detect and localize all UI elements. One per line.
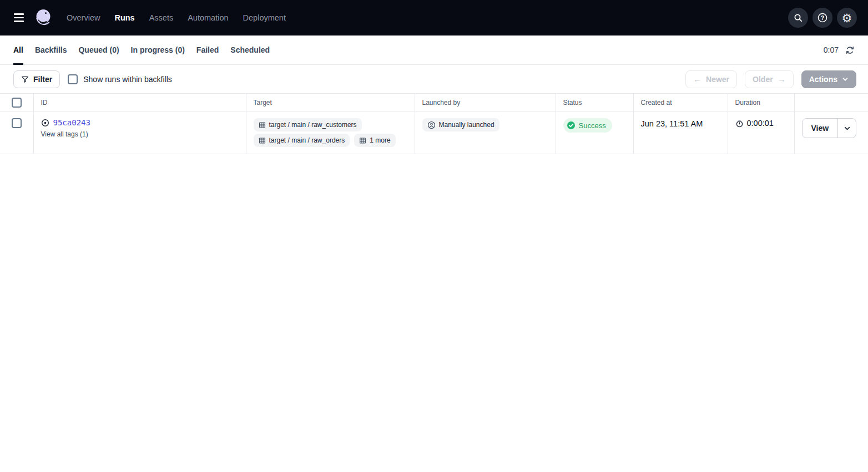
target-tag[interactable]: target / main / raw_orders [254, 134, 350, 147]
row-actions-cell: View [794, 111, 868, 154]
more-targets-tag[interactable]: 1 more [354, 134, 395, 147]
help-button[interactable]: ? [813, 8, 832, 28]
older-button-label: Older [753, 75, 773, 84]
show-backfills-checkbox[interactable]: Show runs within backfills [68, 74, 172, 84]
column-header-id: ID [33, 94, 246, 111]
row-checkbox[interactable] [12, 118, 22, 128]
launched-by-cell: Manually launched [415, 111, 556, 154]
view-dropdown-button[interactable] [838, 119, 856, 138]
menu-button[interactable] [9, 8, 29, 28]
filter-button-label: Filter [33, 75, 52, 84]
funnel-icon [21, 75, 29, 83]
column-header-actions [794, 94, 868, 111]
launched-by-label: Manually launched [439, 121, 494, 129]
column-header-launched-by: Launched by [415, 94, 556, 111]
tab-in-progress[interactable]: In progress (0) [131, 35, 185, 64]
stopwatch-icon [735, 119, 744, 128]
primary-nav: Overview Runs Assets Automation Deployme… [67, 13, 286, 22]
chevron-down-icon [842, 76, 849, 83]
run-id-link[interactable]: 95ca0243 [53, 118, 90, 127]
runs-tabbar: All Backfills Queued (0) In progress (0)… [0, 35, 868, 65]
table-grid-icon [259, 137, 266, 144]
svg-text:?: ? [821, 14, 824, 21]
target-tag[interactable]: target / main / raw_customers [254, 118, 362, 131]
target-cell: target / main / raw_customers target / m… [246, 111, 415, 154]
table-row: 95ca0243 View all tags (1) target / main… [0, 111, 868, 154]
more-targets-label: 1 more [370, 136, 390, 144]
chevron-down-icon [844, 125, 851, 132]
older-button[interactable]: Older → [745, 70, 794, 88]
filter-button[interactable]: Filter [13, 70, 60, 88]
dagster-logo-icon [33, 8, 53, 28]
newer-button-label: Newer [706, 75, 729, 84]
tab-failed[interactable]: Failed [196, 35, 219, 64]
view-all-tags-link[interactable]: View all tags (1) [41, 130, 88, 138]
actions-button[interactable]: Actions [801, 70, 856, 88]
tab-all[interactable]: All [13, 35, 23, 64]
run-circle-icon [41, 119, 49, 127]
gear-icon: ⚙ [842, 12, 852, 24]
top-navbar: Overview Runs Assets Automation Deployme… [0, 0, 868, 35]
checkbox-box[interactable] [68, 74, 78, 84]
arrow-left-icon: ← [693, 74, 702, 84]
check-circle-icon [567, 121, 576, 130]
refresh-countdown: 0:07 [824, 45, 839, 54]
target-tag-label: target / main / raw_customers [269, 121, 357, 129]
arrow-right-icon: → [778, 74, 786, 84]
tab-queued[interactable]: Queued (0) [78, 35, 119, 64]
status-cell: Success [556, 111, 633, 154]
nav-automation[interactable]: Automation [188, 13, 228, 22]
duration-value: 0:00:01 [747, 119, 774, 128]
column-header-status: Status [556, 94, 633, 111]
status-label: Success [579, 121, 606, 130]
table-grid-icon [259, 121, 266, 129]
newer-button[interactable]: ← Newer [685, 70, 737, 88]
select-all-checkbox[interactable] [12, 98, 22, 108]
created-at-cell: Jun 23, 11:51 AM [633, 111, 728, 154]
status-badge: Success [563, 118, 612, 133]
nav-assets[interactable]: Assets [149, 13, 174, 22]
help-icon: ? [817, 12, 828, 23]
column-header-target: Target [246, 94, 415, 111]
actions-button-label: Actions [809, 75, 837, 84]
nav-overview[interactable]: Overview [67, 13, 100, 22]
table-header-row: ID Target Launched by Status Created at … [0, 94, 868, 111]
created-at-value: Jun 23, 11:51 AM [641, 118, 703, 128]
refresh-icon [845, 45, 855, 55]
column-header-duration: Duration [728, 94, 794, 111]
refresh-button[interactable] [844, 44, 856, 56]
runs-toolbar: Filter Show runs within backfills ← Newe… [0, 65, 868, 93]
person-icon [427, 121, 436, 129]
view-button[interactable]: View [803, 119, 839, 138]
tab-scheduled[interactable]: Scheduled [230, 35, 270, 64]
table-grid-icon [359, 137, 366, 144]
tab-backfills[interactable]: Backfills [35, 35, 67, 64]
nav-runs[interactable]: Runs [114, 13, 134, 22]
search-icon [793, 13, 803, 23]
column-header-created-at: Created at [633, 94, 728, 111]
runs-table: ID Target Launched by Status Created at … [0, 93, 868, 154]
target-tag-label: target / main / raw_orders [269, 136, 345, 144]
search-button[interactable] [788, 8, 808, 28]
duration-cell: 0:00:01 [728, 111, 794, 154]
settings-button[interactable]: ⚙ [837, 8, 857, 28]
show-backfills-label: Show runs within backfills [83, 75, 172, 84]
nav-deployment[interactable]: Deployment [243, 13, 286, 22]
run-id-cell: 95ca0243 View all tags (1) [33, 111, 246, 154]
launched-by-tag: Manually launched [422, 118, 499, 131]
